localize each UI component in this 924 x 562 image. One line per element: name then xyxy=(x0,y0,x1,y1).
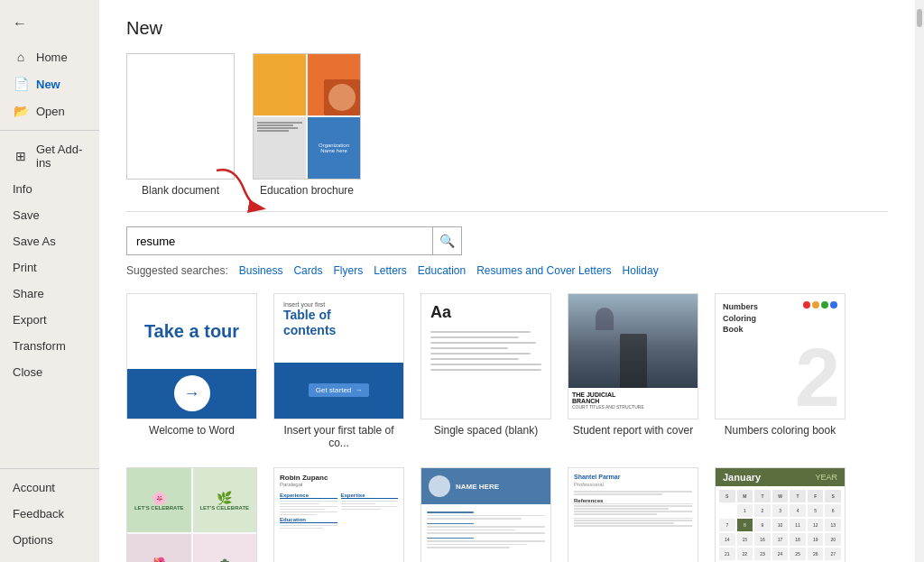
suggested-cards[interactable]: Cards xyxy=(290,264,326,277)
sidebar-item-new[interactable]: 📄 New xyxy=(0,70,99,97)
sidebar-item-open[interactable]: 📂 Open xyxy=(0,97,99,124)
sidebar-label-account: Account xyxy=(13,481,55,494)
template-toc[interactable]: Insert your first Table ofcontents Get s… xyxy=(273,293,404,449)
ref-section-2 xyxy=(574,518,692,519)
toc-insert-label: Insert your first xyxy=(283,301,394,308)
sidebar-item-info[interactable]: Info xyxy=(0,176,99,202)
template-calendar[interactable]: January YEAR SM TW TF S 1 23 xyxy=(715,467,845,562)
sidebar-item-addins[interactable]: ⊞ Get Add-ins xyxy=(0,136,99,176)
impact-edu-title: Education xyxy=(280,517,337,523)
edu-cell-2 xyxy=(308,54,360,115)
toc-cta-btn: Get started → xyxy=(309,383,370,397)
calendar-thumb-container: January YEAR SM TW TF S 1 23 xyxy=(715,467,845,562)
sidebar-label-options: Options xyxy=(13,533,53,547)
sidebar-item-share[interactable]: Share xyxy=(0,281,99,307)
suggested-education[interactable]: Education xyxy=(414,264,469,277)
education-brochure-thumb: OrganizationName here xyxy=(253,53,361,180)
student-report-thumb: THE JUDICIALBRANCH COURT TITLES AND STRU… xyxy=(568,293,698,419)
template-grid: Take a tour → Welcome to Word Insert you… xyxy=(126,293,888,562)
featured-templates: Blank document xyxy=(126,53,888,197)
ref-title: Professional xyxy=(574,482,692,487)
ss-line-6 xyxy=(430,358,519,360)
search-input[interactable] xyxy=(126,226,433,255)
sidebar-item-transform[interactable]: Transform xyxy=(0,333,99,359)
toc-table-label: Table ofcontents xyxy=(283,308,394,338)
template-welcome-to-word[interactable]: Take a tour → Welcome to Word xyxy=(126,293,257,449)
suggested-resumes[interactable]: Resumes and Cover Letters xyxy=(473,264,614,277)
ss-line-4 xyxy=(430,347,508,349)
ss-line-7 xyxy=(430,364,541,365)
template-welcome-label: Welcome to Word xyxy=(149,424,235,437)
template-toc-label: Insert your first table of co... xyxy=(273,424,404,449)
addins-icon: ⊞ xyxy=(13,149,29,163)
tour-title-text: Take a tour xyxy=(135,311,248,351)
sidebar-item-save[interactable]: Save xyxy=(0,202,99,228)
template-numbers-coloring[interactable]: 2 NumbersColoringBook Numbers coloring b… xyxy=(715,293,845,449)
sidebar-item-close[interactable]: Close xyxy=(0,359,99,385)
suggested-business[interactable]: Business xyxy=(236,264,287,277)
suggested-letters[interactable]: Letters xyxy=(370,264,411,277)
sidebar-label-close: Close xyxy=(13,365,42,379)
ss-line-8 xyxy=(430,369,541,371)
template-invitation[interactable]: 🌸 LET'S CELEBRATE 🌿 LET'S CELEBRATE 🌺 xyxy=(126,467,257,562)
sidebar-label-home: Home xyxy=(36,51,68,64)
template-single-spaced[interactable]: Aa Single spaced (blank) xyxy=(420,293,551,449)
bold-name-text: NAME HERE xyxy=(456,483,499,491)
template-bold-resume[interactable]: NAME HERE Bold modern resume xyxy=(420,467,551,562)
edu-cell-1 xyxy=(254,54,306,115)
cal-month: January xyxy=(723,472,761,483)
sidebar-item-print[interactable]: Print xyxy=(0,254,99,281)
impact-thumb-container: Robin Zupanc Paralegal Experience Educat… xyxy=(273,467,404,562)
edu-cell-4: OrganizationName here xyxy=(308,117,360,179)
student-sub-text: COURT TITLES AND STRUCTURE xyxy=(572,404,694,410)
suggested-label: Suggested searches: xyxy=(126,264,228,277)
sidebar-item-account[interactable]: Account xyxy=(0,474,99,501)
ss-aa-label: Aa xyxy=(430,303,541,322)
suggested-flyers[interactable]: Flyers xyxy=(329,264,366,277)
student-text-area: THE JUDICIALBRANCH COURT TITLES AND STRU… xyxy=(568,388,698,419)
suggested-holiday[interactable]: Holiday xyxy=(619,264,662,277)
sidebar-item-feedback[interactable]: Feedback xyxy=(0,501,99,527)
impact-exp-title: Experience xyxy=(280,493,337,499)
sidebar-label-save: Save xyxy=(13,208,40,222)
template-numbers-label: Numbers coloring book xyxy=(725,424,836,437)
sidebar-label-print: Print xyxy=(13,261,37,274)
welcome-thumb: Take a tour → xyxy=(126,293,257,419)
numbers-coloring-thumb: 2 NumbersColoringBook xyxy=(715,293,845,419)
search-container: 🔍 xyxy=(126,226,888,255)
tour-arrow: → xyxy=(174,375,210,411)
arrow-svg xyxy=(199,161,271,216)
sidebar-item-saveas[interactable]: Save As xyxy=(0,228,99,254)
single-spaced-thumb: Aa xyxy=(420,293,551,419)
impact-role: Paralegal xyxy=(280,482,398,487)
sidebar-label-transform: Transform xyxy=(13,339,66,353)
sidebar-label-new: New xyxy=(36,78,60,91)
impact-name: Robin Zupanc xyxy=(280,474,398,482)
cal-year: YEAR xyxy=(815,473,837,482)
home-icon: ⌂ xyxy=(13,50,29,64)
sidebar-item-export[interactable]: Export xyxy=(0,307,99,333)
sidebar-item-options[interactable]: Options xyxy=(0,527,99,553)
ref-section-1: References xyxy=(574,498,692,504)
sidebar-label-share: Share xyxy=(13,287,44,300)
invite-cell-3: 🌺 xyxy=(127,534,191,562)
education-brochure-label: Education brochure xyxy=(260,184,354,197)
sidebar-label-info: Info xyxy=(13,182,32,196)
open-icon: 📂 xyxy=(13,104,29,118)
scrollbar[interactable] xyxy=(915,0,924,562)
ss-line-2 xyxy=(430,336,519,338)
search-button[interactable]: 🔍 xyxy=(433,226,462,255)
student-img xyxy=(568,294,698,388)
ss-line-1 xyxy=(430,331,531,333)
template-resume-refs[interactable]: Shantel Parmar Professional References R… xyxy=(568,467,698,562)
template-impact-resume[interactable]: Robin Zupanc Paralegal Experience Educat… xyxy=(273,467,404,562)
sidebar-item-home[interactable]: ⌂ Home xyxy=(0,43,99,70)
back-button[interactable]: ← xyxy=(7,11,32,36)
invitation-thumb: 🌸 LET'S CELEBRATE 🌿 LET'S CELEBRATE 🌺 xyxy=(126,467,257,562)
invite-cell-2: 🌿 LET'S CELEBRATE xyxy=(193,468,257,532)
ref-name: Shantel Parmar xyxy=(574,474,692,480)
bold-resume-thumb: NAME HERE xyxy=(420,467,551,562)
invite-cell-4: ✿ xyxy=(193,534,257,562)
suggested-searches: Suggested searches: Business Cards Flyer… xyxy=(126,264,888,277)
template-student-report[interactable]: THE JUDICIALBRANCH COURT TITLES AND STRU… xyxy=(568,293,698,449)
